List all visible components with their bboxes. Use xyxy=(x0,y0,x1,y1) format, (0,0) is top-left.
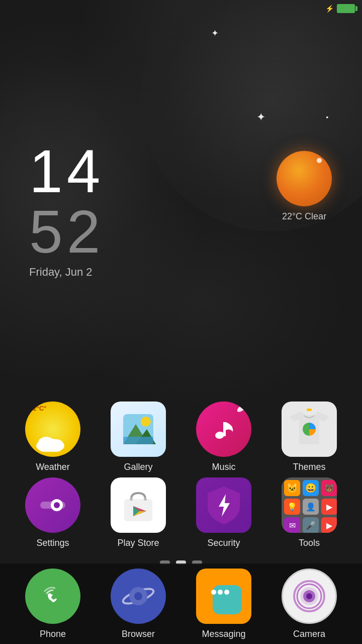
playstore-app-icon xyxy=(111,477,166,533)
tools-svg: 🐱 😀 🐻 💡 👤 ▶ ✉ 🎤 xyxy=(282,477,337,533)
app-row-2: Settings xyxy=(10,477,352,548)
svg-text:✉: ✉ xyxy=(289,521,296,530)
dock: Phone Browser xyxy=(0,564,362,644)
app-tools[interactable]: 🐱 😀 🐻 💡 👤 ▶ ✉ 🎤 xyxy=(272,477,347,548)
music-svg xyxy=(209,414,239,444)
svg-text:🐱: 🐱 xyxy=(287,482,298,494)
app-music[interactable]: Music xyxy=(186,401,261,472)
app-security-label: Security xyxy=(207,538,240,548)
app-themes[interactable]: Themes xyxy=(272,401,347,472)
dock-camera-label: Camera xyxy=(293,629,325,639)
star-3: ● xyxy=(326,115,328,120)
svg-point-49 xyxy=(218,590,223,595)
browser-svg xyxy=(121,579,156,614)
weather-app-icon: 22°C° xyxy=(25,401,80,457)
weather-icon-temp: 22°C° xyxy=(29,405,46,412)
svg-point-56 xyxy=(306,593,312,599)
settings-app-icon xyxy=(25,477,80,533)
dock-phone-label: Phone xyxy=(40,629,66,639)
clock-minute: 52 xyxy=(29,201,104,262)
app-playstore[interactable]: Play Store xyxy=(101,477,176,548)
app-security[interactable]: Security xyxy=(186,477,261,548)
app-gallery-label: Gallery xyxy=(124,462,152,472)
svg-rect-7 xyxy=(123,437,153,444)
svg-point-17 xyxy=(130,498,133,501)
svg-point-50 xyxy=(224,590,229,595)
gallery-svg xyxy=(121,412,156,447)
app-grid: 22°C° Weather xyxy=(0,401,362,553)
app-weather-label: Weather xyxy=(36,462,70,472)
battery-indicator xyxy=(337,4,355,13)
phone-app-icon xyxy=(25,569,80,624)
messaging-svg xyxy=(204,576,244,616)
svg-text:▶: ▶ xyxy=(326,503,333,511)
music-bird xyxy=(235,404,247,416)
svg-point-41 xyxy=(39,582,67,610)
security-app-icon xyxy=(196,477,251,533)
app-settings[interactable]: Settings xyxy=(15,477,90,548)
app-themes-label: Themes xyxy=(293,462,325,472)
clock-date: Friday, Jun 2 xyxy=(29,266,104,279)
dock-browser[interactable]: Browser xyxy=(101,569,176,639)
playstore-svg xyxy=(118,485,158,525)
dock-browser-label: Browser xyxy=(122,629,155,639)
star-2: ✦ xyxy=(256,111,265,124)
svg-rect-47 xyxy=(213,585,242,614)
themes-svg xyxy=(287,407,332,452)
svg-point-4 xyxy=(141,417,151,427)
svg-rect-10 xyxy=(223,422,226,436)
svg-point-2 xyxy=(49,439,63,449)
weather-info: 22°C Clear xyxy=(282,211,326,222)
clock-hour: 14 xyxy=(29,141,104,201)
dock-messaging[interactable]: Messaging xyxy=(186,569,261,639)
svg-text:🎤: 🎤 xyxy=(306,521,316,530)
weather-widget: 22°C Clear xyxy=(277,151,332,222)
gallery-app-icon xyxy=(111,401,166,457)
dock-messaging-label: Messaging xyxy=(202,629,245,639)
app-weather[interactable]: 22°C° Weather xyxy=(15,401,90,472)
svg-point-45 xyxy=(134,592,142,600)
messaging-app-icon xyxy=(196,569,251,624)
themes-app-icon xyxy=(282,401,337,457)
app-row-1: 22°C° Weather xyxy=(10,401,352,472)
app-tools-label: Tools xyxy=(299,538,320,548)
svg-point-48 xyxy=(211,590,216,595)
tools-app-icon: 🐱 😀 🐻 💡 👤 ▶ ✉ 🎤 xyxy=(282,477,337,533)
svg-point-15 xyxy=(54,502,60,508)
phone-svg xyxy=(38,581,68,611)
svg-text:▶: ▶ xyxy=(326,521,333,530)
settings-svg xyxy=(35,488,70,523)
weather-temp: 22°C xyxy=(282,211,302,221)
svg-rect-11 xyxy=(307,409,312,411)
dock-camera[interactable]: Camera xyxy=(272,569,347,639)
svg-text:🐻: 🐻 xyxy=(324,484,334,493)
app-gallery[interactable]: Gallery xyxy=(101,401,176,472)
weather-condition: Clear xyxy=(305,211,326,221)
camera-app-icon xyxy=(282,569,337,624)
svg-text:😀: 😀 xyxy=(305,482,317,494)
sun-dot xyxy=(317,158,322,163)
star-1: ✦ xyxy=(211,28,219,39)
security-svg xyxy=(204,484,244,527)
dock-phone[interactable]: Phone xyxy=(15,569,90,639)
clock-widget: 14 52 Friday, Jun 2 xyxy=(29,141,104,279)
sun-icon xyxy=(277,151,332,206)
svg-text:👤: 👤 xyxy=(306,502,316,512)
app-settings-label: Settings xyxy=(36,538,69,548)
cloud-svg xyxy=(35,432,70,452)
music-app-icon xyxy=(196,401,251,457)
svg-text:💡: 💡 xyxy=(287,502,297,512)
app-music-label: Music xyxy=(212,462,235,472)
status-bar: ⚡ xyxy=(325,0,362,13)
svg-point-18 xyxy=(144,498,147,501)
charging-icon: ⚡ xyxy=(325,5,334,13)
browser-app-icon xyxy=(111,569,166,624)
camera-svg xyxy=(292,579,327,614)
app-playstore-label: Play Store xyxy=(117,538,159,548)
